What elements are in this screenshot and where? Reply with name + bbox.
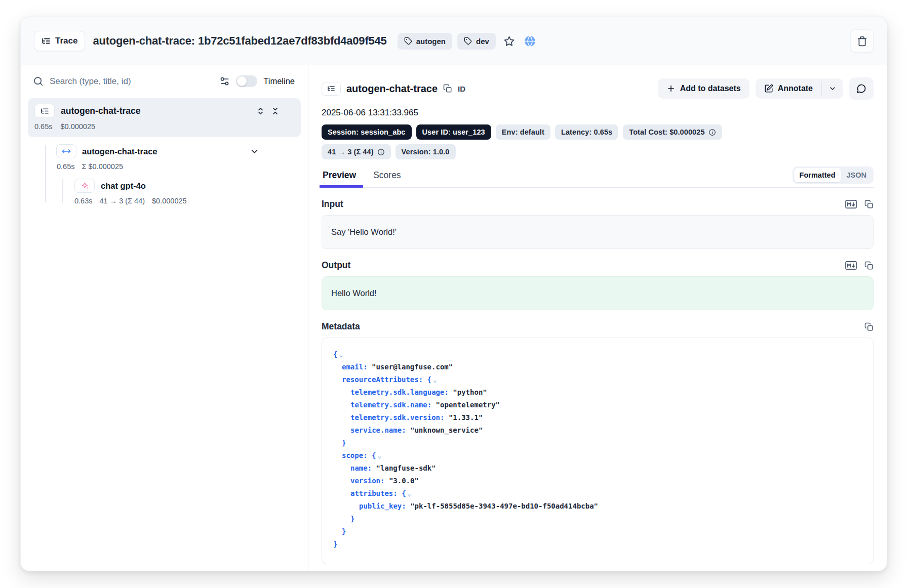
trace-attribute-badge[interactable]: 41 → 3 (Σ 44) — [322, 144, 391, 159]
info-icon — [708, 129, 716, 136]
output-label: Output — [322, 260, 350, 271]
badge-label: Total Cost: $0.000025 — [629, 128, 704, 136]
metadata-json-line: telemetry.sdk.language: "python" — [329, 386, 866, 399]
output-content: Hello World! — [322, 276, 874, 310]
info-icon — [377, 148, 385, 156]
tab-preview[interactable]: Preview — [322, 167, 357, 187]
format-toggle: Formatted JSON — [793, 166, 874, 184]
badge-label: Env: default — [502, 128, 544, 136]
trace-attribute-badge[interactable]: Total Cost: $0.000025 — [623, 124, 722, 140]
badge-label: Latency: 0.65s — [561, 128, 612, 136]
tag-label: dev — [476, 37, 489, 46]
globe-icon — [524, 35, 536, 48]
copy-icon[interactable] — [864, 261, 874, 270]
tree-node-trace[interactable]: autogen-chat-trace 0.65s$0.000025 — [28, 98, 301, 137]
metadata-json-line: } — [329, 513, 866, 525]
tree-search-row: Timeline — [21, 65, 308, 92]
copy-icon[interactable] — [864, 322, 874, 331]
input-label: Input — [322, 199, 343, 209]
json-key: resourceAttributes: — [342, 375, 423, 384]
tree-node-label: chat gpt-4o — [101, 181, 146, 191]
copy-icon[interactable] — [864, 200, 874, 209]
trace-title: autogen-chat-trace — [346, 83, 438, 95]
star-bookmark-button[interactable] — [503, 35, 515, 47]
tree-node-label: autogen-chat-trace — [82, 147, 157, 156]
annotate-dropdown-caret[interactable] — [822, 78, 843, 99]
trace-attribute-badge[interactable]: User ID: user_123 — [416, 124, 491, 140]
json-open-brace: { — [372, 451, 376, 459]
add-to-datasets-button[interactable]: Add to datasets — [658, 78, 749, 99]
json-value: "unknown_service" — [410, 426, 483, 434]
format-json-option[interactable]: JSON — [841, 168, 873, 182]
output-section-header: Output — [322, 260, 874, 271]
trace-attribute-badge[interactable]: Latency: 0.65s — [555, 124, 618, 140]
trace-window: Trace autogen-chat-trace: 1b72c51fabed12… — [20, 17, 887, 571]
tree-node-span[interactable]: autogen-chat-trace 0.65sΣ $0.000025 — [56, 144, 301, 171]
badge-label: 41 → 3 (Σ 44) — [328, 148, 374, 156]
trace-attribute-badge[interactable]: Session: session_abc — [322, 124, 412, 140]
plus-icon — [666, 84, 676, 93]
badge-label: Session: session_abc — [328, 128, 406, 136]
public-share-button[interactable] — [524, 35, 536, 48]
tree-node-generation[interactable]: chat gpt-4o 0.63s41 → 3 (Σ 44)$0.000025 — [74, 179, 301, 205]
json-value: "1.33.1" — [449, 413, 483, 422]
collapse-chevron-icon[interactable]: ⌄ — [377, 452, 381, 459]
trace-node-badge — [34, 104, 55, 118]
tree-node-stats: 0.65s$0.000025 — [34, 122, 294, 131]
comments-button[interactable] — [849, 77, 874, 100]
trace-attribute-badge[interactable]: Env: default — [496, 124, 550, 140]
collapse-chevron-icon[interactable]: ⌄ — [408, 490, 412, 497]
metadata-json-line: attributes: {⌄ — [329, 487, 866, 500]
json-close-brace: } — [342, 439, 346, 447]
star-icon — [503, 35, 515, 47]
metadata-json-line: version: "3.0.0" — [329, 475, 866, 487]
timeline-label: Timeline — [263, 76, 295, 86]
metadata-json-line: name: "langfuse-sdk" — [329, 462, 866, 475]
format-formatted-option[interactable]: Formatted — [794, 168, 841, 182]
metadata-json-line: telemetry.sdk.name: "opentelemetry" — [329, 399, 866, 411]
collapse-chevron-icon[interactable]: ⌄ — [339, 351, 343, 358]
tree-node-label: autogen-chat-trace — [61, 106, 141, 116]
annotate-split-button: Annotate — [756, 78, 843, 99]
trace-tag[interactable]: dev — [457, 33, 496, 50]
metadata-json-line: telemetry.sdk.version: "1.33.1" — [329, 411, 866, 424]
trace-type-label: Trace — [55, 36, 77, 46]
trace-attribute-badge[interactable]: Version: 1.0.0 — [396, 144, 456, 159]
json-key: scope: — [342, 451, 368, 459]
tree-indent-line — [62, 179, 63, 203]
tree-settings-icon[interactable] — [219, 76, 230, 87]
tab-scores[interactable]: Scores — [372, 167, 402, 187]
badge-label: User ID: user_123 — [422, 128, 485, 136]
trace-tag[interactable]: autogen — [398, 33, 452, 50]
trace-timestamp: 2025-06-06 13:31:33.965 — [322, 108, 874, 118]
search-input[interactable] — [50, 76, 213, 87]
metadata-json-line: } — [329, 538, 866, 551]
json-open-brace: { — [333, 350, 337, 358]
chevron-down-icon[interactable] — [250, 147, 259, 156]
collapse-all-icon[interactable] — [271, 107, 280, 115]
json-key: telemetry.sdk.version: — [350, 413, 444, 422]
copy-id-icon[interactable] — [443, 84, 452, 93]
json-key: telemetry.sdk.language: — [350, 388, 449, 396]
metadata-json-line: {⌄ — [329, 348, 866, 361]
metadata-label: Metadata — [322, 321, 360, 332]
markdown-toggle-icon[interactable] — [845, 261, 857, 270]
markdown-toggle-icon[interactable] — [845, 199, 857, 209]
json-open-brace: { — [402, 489, 406, 497]
annotate-button[interactable]: Annotate — [756, 78, 821, 99]
json-value: "user@langfuse.com" — [372, 363, 453, 371]
tree-node-stats: 0.63s41 → 3 (Σ 44)$0.000025 — [74, 197, 301, 205]
trace-type-badge[interactable]: Trace — [34, 31, 85, 51]
badge-row: 41 → 3 (Σ 44)Version: 1.0.0 — [322, 144, 874, 159]
json-key: public_key: — [359, 502, 406, 510]
search-icon — [33, 76, 44, 87]
trash-icon — [857, 36, 867, 47]
json-value: "langfuse-sdk" — [376, 464, 436, 472]
page-title: autogen-chat-trace: 1b72c51fabed12ae7df8… — [93, 34, 386, 48]
metadata-section-header: Metadata — [322, 321, 874, 332]
delete-trace-button[interactable] — [850, 29, 874, 53]
timeline-toggle[interactable] — [236, 75, 257, 87]
expand-all-icon[interactable] — [256, 107, 265, 115]
collapse-chevron-icon[interactable]: ⌄ — [433, 376, 437, 384]
id-label: ID — [458, 85, 465, 93]
